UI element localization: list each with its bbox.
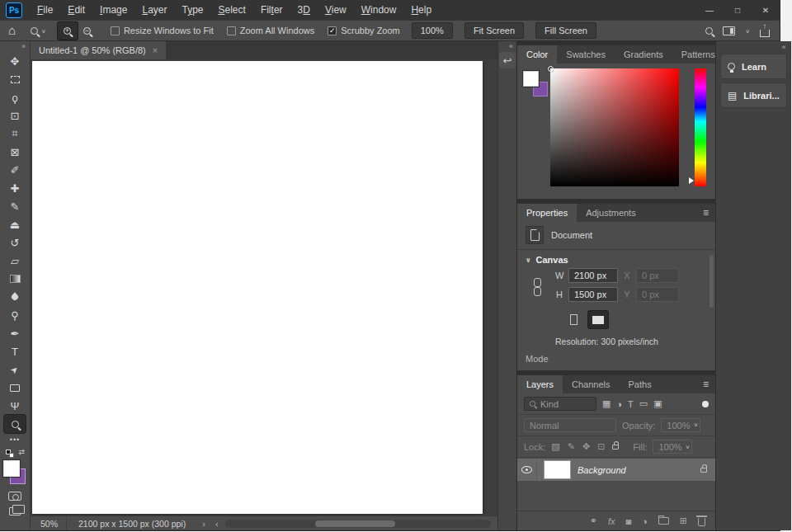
- menu-help[interactable]: Help: [403, 0, 439, 21]
- saturation-brightness-field[interactable]: [550, 68, 679, 186]
- scrubby-zoom-checkbox[interactable]: ✓ Scrubby Zoom: [328, 26, 400, 35]
- home-button[interactable]: ⌂: [8, 22, 16, 39]
- add-layer-mask-icon[interactable]: ◙: [625, 516, 631, 526]
- lock-transparency-icon[interactable]: ▨: [551, 441, 559, 452]
- pen-tool[interactable]: ✒: [4, 324, 26, 342]
- panel-menu-icon[interactable]: ≡: [696, 204, 715, 222]
- eyedropper-tool[interactable]: ✐: [4, 161, 26, 179]
- hue-slider[interactable]: [695, 68, 706, 186]
- menu-edit[interactable]: Edit: [60, 0, 92, 21]
- rectangular-marquee-tool[interactable]: [4, 70, 26, 88]
- move-tool[interactable]: ✥: [4, 52, 26, 70]
- search-icon[interactable]: [705, 27, 713, 35]
- zoom-all-windows-checkbox[interactable]: Zoom All Windows: [227, 26, 314, 35]
- spot-healing-brush-tool[interactable]: ✚: [4, 179, 26, 197]
- swap-colors-icon[interactable]: ⇄: [18, 448, 25, 456]
- quick-mask-button[interactable]: [8, 492, 21, 501]
- layer-thumbnail[interactable]: [544, 460, 571, 479]
- menu-image[interactable]: Image: [92, 0, 134, 21]
- menu-select[interactable]: Select: [211, 0, 253, 21]
- scroll-left-icon[interactable]: ‹: [210, 519, 224, 529]
- frame-tool[interactable]: ⊠: [4, 143, 26, 161]
- layer-effects-icon[interactable]: fx: [608, 516, 615, 526]
- tab-adjustments[interactable]: Adjustments: [577, 204, 645, 222]
- status-chevron-icon[interactable]: ›: [197, 519, 210, 529]
- foreground-color-swatch[interactable]: [3, 460, 20, 477]
- landscape-orientation-button[interactable]: [588, 311, 608, 328]
- new-layer-icon[interactable]: ⊞: [680, 516, 687, 526]
- tab-channels[interactable]: Channels: [563, 375, 619, 393]
- menu-filter[interactable]: Filter: [253, 0, 290, 21]
- lock-position-icon[interactable]: ✥: [582, 441, 590, 452]
- lock-paint-icon[interactable]: ✎: [568, 441, 575, 452]
- history-brush-tool[interactable]: ↺: [4, 233, 26, 252]
- document-tab[interactable]: Untitled-1 @ 50% (RGB/8) ×: [31, 41, 166, 59]
- properties-scrollbar[interactable]: [710, 255, 714, 308]
- zoom-out-button[interactable]: −: [78, 22, 97, 40]
- zoom-100-button[interactable]: 100%: [412, 22, 453, 39]
- color-picker-handle[interactable]: [548, 66, 554, 72]
- libraries-panel-button[interactable]: ▤ Librari...: [720, 82, 787, 108]
- tab-color[interactable]: Color: [517, 45, 557, 64]
- filter-adjustment-layers-icon[interactable]: ◑: [616, 399, 622, 409]
- new-adjustment-layer-icon[interactable]: ◑: [642, 516, 648, 526]
- fit-screen-button[interactable]: Fit Screen: [464, 22, 524, 39]
- layer-filter-toggle[interactable]: [702, 401, 709, 407]
- hand-tool[interactable]: Ψ: [4, 397, 26, 415]
- delete-layer-icon[interactable]: [698, 518, 705, 526]
- filter-smart-objects-icon[interactable]: ▣: [653, 398, 662, 409]
- fill-screen-button[interactable]: Fill Screen: [535, 22, 596, 39]
- canvas-section-header[interactable]: ∨ Canvas: [517, 250, 715, 268]
- screen-mode-button[interactable]: [9, 507, 21, 516]
- menu-window[interactable]: Window: [354, 0, 404, 21]
- tab-swatches[interactable]: Swatches: [557, 45, 615, 64]
- link-layers-icon[interactable]: ⚭: [590, 516, 597, 526]
- foreground-color-swatch[interactable]: [523, 71, 539, 87]
- hue-slider-handle[interactable]: [689, 177, 694, 184]
- menu-file[interactable]: File: [30, 0, 60, 21]
- crop-tool[interactable]: ⌗: [4, 125, 26, 143]
- menu-type[interactable]: Type: [174, 0, 210, 21]
- close-button[interactable]: ✕: [752, 0, 780, 21]
- dock-collapse-button[interactable]: «: [716, 41, 791, 52]
- portrait-orientation-button[interactable]: [563, 311, 583, 328]
- history-panel-button[interactable]: ↩: [499, 52, 516, 68]
- zoom-in-button[interactable]: +: [58, 22, 78, 40]
- layer-row-background[interactable]: Background: [517, 459, 715, 481]
- toolbar-collapse-button[interactable]: »: [0, 41, 30, 52]
- menu-3d[interactable]: 3D: [290, 0, 318, 21]
- horizontal-scrollbar[interactable]: [225, 520, 491, 528]
- share-icon[interactable]: [760, 30, 770, 37]
- opacity-select[interactable]: 100% ∨: [661, 418, 700, 432]
- tab-close-icon[interactable]: ×: [153, 45, 158, 55]
- minimize-button[interactable]: —: [695, 0, 724, 21]
- layer-visibility-icon[interactable]: [521, 466, 532, 473]
- menu-layer[interactable]: Layer: [134, 0, 174, 21]
- strip-collapse-button[interactable]: «: [498, 41, 516, 52]
- filter-pixel-layers-icon[interactable]: ▦: [602, 398, 610, 409]
- zoom-tool-preset-button[interactable]: ∨: [24, 27, 53, 35]
- lock-all-icon[interactable]: [612, 445, 619, 450]
- lock-artboard-icon[interactable]: ⊡: [597, 441, 605, 452]
- eraser-tool[interactable]: ▱: [4, 252, 26, 270]
- lasso-tool[interactable]: ϙ: [4, 88, 26, 106]
- workspace-icon[interactable]: [723, 26, 735, 35]
- canvas-height-field[interactable]: 1500 px: [568, 287, 618, 302]
- menu-view[interactable]: View: [318, 0, 354, 21]
- learn-panel-button[interactable]: Learn: [720, 54, 787, 79]
- resize-windows-checkbox[interactable]: Resize Windows to Fit: [111, 26, 214, 35]
- canvas-width-field[interactable]: 2100 px: [568, 268, 618, 283]
- filter-type-layers-icon[interactable]: T: [628, 399, 634, 409]
- fill-select[interactable]: 100% ∨: [653, 440, 692, 454]
- path-selection-tool[interactable]: ➤: [4, 360, 26, 379]
- link-dimensions-icon[interactable]: [534, 278, 540, 296]
- tab-properties[interactable]: Properties: [517, 204, 577, 222]
- tab-gradients[interactable]: Gradients: [615, 45, 672, 64]
- document-canvas[interactable]: [32, 61, 483, 514]
- object-selection-tool[interactable]: ⊡: [4, 106, 26, 125]
- zoom-tool[interactable]: [4, 415, 26, 433]
- blur-tool[interactable]: [4, 288, 26, 306]
- scrollbar-thumb[interactable]: [315, 520, 395, 527]
- edit-toolbar-button[interactable]: •••: [10, 433, 20, 446]
- tab-layers[interactable]: Layers: [517, 375, 563, 393]
